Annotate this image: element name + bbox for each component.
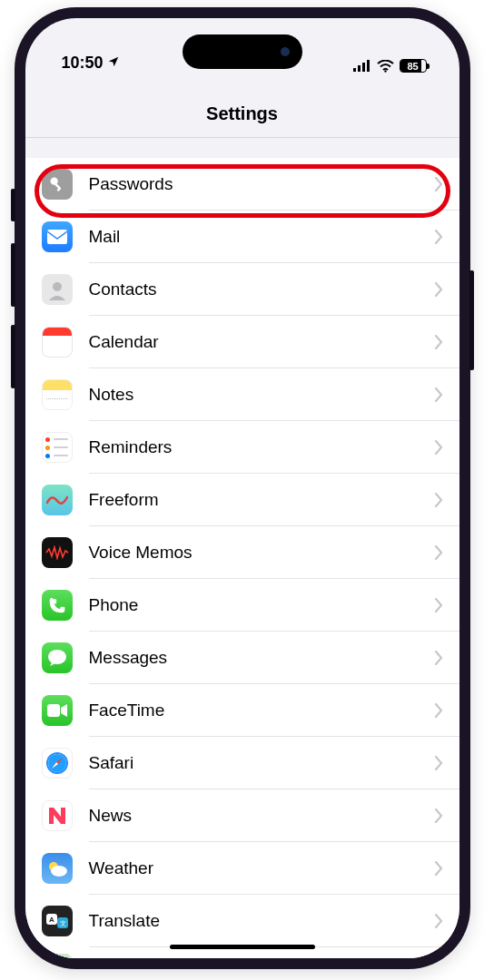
chevron-right-icon bbox=[434, 545, 443, 560]
cellular-icon bbox=[353, 60, 371, 72]
svg-point-5 bbox=[50, 178, 57, 185]
chevron-right-icon bbox=[434, 493, 443, 507]
chevron-right-icon bbox=[434, 335, 443, 349]
row-label: Weather bbox=[89, 858, 434, 878]
row-label: FaceTime bbox=[89, 701, 434, 720]
calendar-icon bbox=[42, 327, 73, 358]
svg-text:A: A bbox=[49, 916, 54, 924]
chevron-right-icon bbox=[434, 808, 443, 823]
svg-rect-8 bbox=[47, 230, 67, 244]
mail-icon bbox=[42, 221, 73, 252]
row-label: Messages bbox=[89, 648, 434, 668]
phone-icon bbox=[42, 590, 73, 621]
volume-down-button bbox=[11, 325, 15, 388]
row-contacts[interactable]: Contacts bbox=[25, 263, 459, 316]
key-icon bbox=[42, 169, 73, 200]
chevron-right-icon bbox=[434, 440, 443, 455]
row-safari[interactable]: Safari bbox=[25, 737, 459, 789]
row-calendar[interactable]: Calendar bbox=[25, 316, 459, 368]
chevron-right-icon bbox=[434, 914, 443, 928]
row-messages[interactable]: Messages bbox=[25, 632, 459, 684]
row-mail[interactable]: Mail bbox=[25, 211, 459, 263]
row-label: Voice Memos bbox=[89, 543, 434, 563]
row-label: Passwords bbox=[89, 174, 434, 194]
row-translate[interactable]: A文 Translate bbox=[25, 895, 459, 947]
row-label: Phone bbox=[89, 595, 434, 615]
page-title: Settings bbox=[25, 74, 459, 138]
phone-frame: 10:50 85 Set bbox=[15, 7, 470, 969]
facetime-icon bbox=[42, 695, 73, 726]
home-indicator[interactable] bbox=[170, 945, 315, 949]
safari-icon bbox=[42, 748, 73, 779]
freeform-icon bbox=[42, 485, 73, 515]
svg-point-4 bbox=[384, 70, 386, 72]
svg-rect-3 bbox=[367, 60, 370, 72]
row-label: Notes bbox=[89, 385, 434, 405]
row-reminders[interactable]: Reminders bbox=[25, 421, 459, 474]
voice-memos-icon bbox=[42, 537, 73, 568]
row-voice-memos[interactable]: Voice Memos bbox=[25, 526, 459, 579]
row-passwords[interactable]: Passwords bbox=[25, 158, 459, 211]
row-notes[interactable]: Notes bbox=[25, 368, 459, 421]
row-label: Contacts bbox=[89, 279, 434, 299]
svg-rect-11 bbox=[47, 704, 60, 717]
chevron-right-icon bbox=[434, 387, 443, 402]
dynamic-island bbox=[183, 34, 302, 69]
svg-point-16 bbox=[51, 866, 67, 877]
chevron-right-icon bbox=[434, 756, 443, 770]
news-icon bbox=[42, 800, 73, 831]
row-label: Calendar bbox=[89, 332, 434, 352]
row-news[interactable]: News bbox=[25, 789, 459, 842]
svg-point-10 bbox=[48, 650, 66, 664]
svg-text:文: 文 bbox=[59, 920, 65, 926]
svg-rect-0 bbox=[353, 68, 356, 72]
chevron-right-icon bbox=[434, 861, 443, 876]
row-label: Reminders bbox=[89, 437, 434, 457]
chevron-right-icon bbox=[434, 703, 443, 718]
chevron-right-icon bbox=[434, 282, 443, 297]
chevron-right-icon bbox=[434, 651, 443, 665]
row-label: Mail bbox=[89, 227, 434, 247]
weather-icon bbox=[42, 853, 73, 884]
section-spacer bbox=[25, 138, 459, 152]
chevron-right-icon bbox=[434, 177, 443, 191]
maps-icon bbox=[42, 954, 73, 958]
row-freeform[interactable]: Freeform bbox=[25, 474, 459, 526]
reminders-icon bbox=[42, 432, 73, 463]
settings-list: Passwords Mail bbox=[25, 158, 459, 958]
row-weather[interactable]: Weather bbox=[25, 842, 459, 895]
wifi-icon bbox=[377, 60, 394, 73]
row-phone[interactable]: Phone bbox=[25, 579, 459, 632]
row-label: Freeform bbox=[89, 490, 434, 510]
row-label: Safari bbox=[89, 753, 434, 773]
svg-rect-1 bbox=[358, 65, 361, 72]
chevron-right-icon bbox=[434, 598, 443, 612]
svg-rect-2 bbox=[362, 63, 365, 72]
status-time: 10:50 bbox=[62, 54, 104, 73]
row-label: Maps bbox=[89, 956, 434, 958]
battery-percent: 85 bbox=[400, 61, 426, 72]
battery-icon: 85 bbox=[400, 59, 427, 73]
row-label: News bbox=[89, 806, 434, 826]
volume-up-button bbox=[11, 243, 15, 307]
contacts-icon bbox=[42, 274, 73, 305]
row-facetime[interactable]: FaceTime bbox=[25, 684, 459, 737]
screen: 10:50 85 Set bbox=[25, 18, 459, 958]
chevron-right-icon bbox=[434, 230, 443, 244]
ringer-switch bbox=[11, 189, 15, 221]
translate-icon: A文 bbox=[42, 906, 73, 936]
messages-icon bbox=[42, 642, 73, 673]
row-label: Translate bbox=[89, 911, 434, 931]
notes-icon bbox=[42, 379, 73, 410]
location-icon bbox=[107, 54, 120, 73]
svg-point-9 bbox=[53, 282, 62, 291]
power-button bbox=[469, 270, 474, 370]
